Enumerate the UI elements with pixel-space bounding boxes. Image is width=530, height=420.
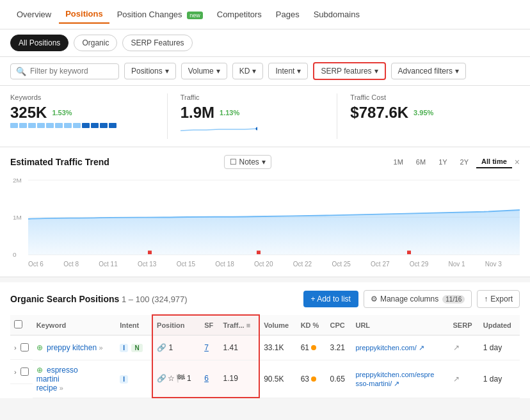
sub-navigation: All Positions Organic SERP Features (0, 29, 530, 57)
keywords-metric: Keywords 325K 1.53% (10, 93, 168, 139)
th-keyword: Keyword (33, 315, 116, 335)
time-1m[interactable]: 1M (389, 156, 408, 168)
svg-text:2M: 2M (13, 177, 22, 184)
trend-section: Estimated Traffic Trend ☐ Notes ▾ 1M 6M … (0, 147, 530, 277)
row1-position: 🔗 1 (152, 335, 200, 360)
traffic-metric: Traffic 1.9M 1.13% (181, 93, 338, 139)
traffic-change: 1.13% (220, 109, 239, 117)
serp-icon[interactable]: ↗ (453, 375, 460, 384)
traffic-sparkline (181, 122, 325, 139)
keywords-change: 1.53% (52, 109, 72, 117)
row2-expand-check: › (10, 360, 33, 384)
th-traffic: Traff... ≡ (220, 315, 260, 335)
subnav-serp-features[interactable]: SERP Features (122, 35, 192, 51)
keywords-bar (10, 123, 154, 128)
nav-positions[interactable]: Positions (59, 5, 109, 24)
row1-serp: ↗ (449, 335, 479, 360)
th-sf: SF (200, 315, 219, 335)
trend-time-controls: 1M 6M 1Y 2Y All time × (389, 156, 520, 168)
nav-pages[interactable]: Pages (269, 6, 306, 23)
x-label-oct22: Oct 22 (293, 261, 312, 268)
time-all[interactable]: All time (476, 156, 512, 168)
serp-features-filter[interactable]: SERP features ▾ (313, 62, 385, 80)
sf-link[interactable]: 6 (204, 374, 209, 383)
add-to-list-button[interactable]: + Add to list (303, 291, 358, 307)
x-label-oct8: Oct 8 (63, 261, 79, 268)
x-label-oct15: Oct 15 (177, 261, 195, 268)
row1-expand-check: › (10, 335, 33, 360)
url-link[interactable]: preppykitchen.com/ ↗ (355, 344, 424, 351)
row2-kd: 63 (297, 360, 326, 398)
table-actions: + Add to list ⚙ Manage columns 11/16 ↑ E… (303, 290, 520, 308)
row1-volume: 33.1K (259, 335, 297, 360)
row2-volume: 90.5K (259, 360, 297, 398)
expand-icon[interactable]: › (14, 368, 17, 376)
subnav-organic[interactable]: Organic (74, 35, 117, 51)
row1-checkbox[interactable] (20, 343, 29, 351)
notes-button[interactable]: ☐ Notes ▾ (224, 155, 271, 169)
positions-filter[interactable]: Positions ▾ (124, 63, 176, 79)
intent-filter[interactable]: Intent ▾ (268, 63, 308, 79)
intent-i-badge: I (120, 375, 128, 384)
x-label-oct6: Oct 6 (28, 261, 44, 268)
chevron-down-icon: ▾ (455, 67, 459, 76)
chevron-down-icon: ▾ (216, 67, 220, 76)
manage-columns-button[interactable]: ⚙ Manage columns 11/16 (364, 290, 472, 308)
keyword-link[interactable]: preppy kitchen (47, 343, 97, 352)
chevron-down-icon: ▾ (297, 67, 301, 76)
kd-filter[interactable]: KD ▾ (232, 63, 264, 79)
star-icon: ☆ (168, 374, 175, 383)
nav-position-changes[interactable]: Position Changes new (111, 6, 209, 23)
svg-rect-7 (148, 250, 152, 254)
feature-icons: 🔗 ☆ 🏁 1 (157, 374, 197, 383)
row2-traffic: 1.19 (220, 360, 260, 398)
time-2y[interactable]: 2Y (455, 156, 474, 168)
advanced-filters-button[interactable]: Advanced filters ▾ (391, 63, 466, 79)
nav-competitors[interactable]: Competitors (211, 6, 268, 23)
x-label-oct11: Oct 11 (99, 261, 117, 268)
chevron-down-icon: ▾ (252, 67, 256, 76)
row1-traffic: 1.41 (220, 335, 260, 360)
url-link[interactable]: preppykitchen.com/espresso-martini/ ↗ (355, 371, 434, 387)
table-title-area: Organic Search Positions 1 – 100 (324,97… (10, 294, 188, 304)
nav-subdomains[interactable]: Subdomains (307, 6, 366, 23)
row1-intent: I N (116, 335, 152, 360)
search-icon: 🔍 (16, 67, 26, 76)
top-navigation: Overview Positions Position Changes new … (0, 0, 530, 29)
th-checkbox (10, 315, 33, 335)
keyword-search-box[interactable]: 🔍 (10, 63, 119, 79)
subnav-all-positions[interactable]: All Positions (10, 35, 68, 51)
x-label-oct13: Oct 13 (138, 261, 156, 268)
svg-text:0: 0 (13, 251, 17, 258)
serp-icon[interactable]: ↗ (453, 343, 460, 352)
row2-checkbox[interactable] (20, 368, 29, 376)
select-all-checkbox[interactable] (14, 320, 22, 328)
row1-cpc: 3.21 (326, 335, 352, 360)
expand-icon[interactable]: › (14, 344, 17, 351)
row2-serp: ↗ (449, 360, 479, 398)
close-trend-button[interactable]: × (515, 157, 520, 167)
x-label-nov1: Nov 1 (448, 261, 465, 268)
keywords-label: Keywords (10, 93, 154, 101)
time-1y[interactable]: 1Y (433, 156, 452, 168)
table-range: 1 – 100 (324,977) (122, 295, 188, 304)
x-label-oct20: Oct 20 (254, 261, 273, 268)
th-intent: Intent (116, 315, 152, 335)
row1-url: preppykitchen.com/ ↗ (351, 335, 449, 360)
chevron-down-icon: ▾ (374, 67, 378, 76)
sf-link[interactable]: 7 (204, 343, 209, 352)
time-6m[interactable]: 6M (411, 156, 431, 168)
search-input[interactable] (30, 67, 113, 76)
volume-filter[interactable]: Volume ▾ (181, 63, 227, 79)
x-label-oct25: Oct 25 (332, 261, 350, 268)
circle-icon: ⊕ (36, 343, 43, 352)
svg-point-0 (255, 127, 257, 131)
x-label-nov3: Nov 3 (485, 261, 502, 268)
row1-kd: 61 (297, 335, 326, 360)
table-row: › ⊕ preppy kitchen » I N 🔗 1 7 (10, 335, 520, 360)
th-updated: Updated (479, 315, 520, 335)
intent-i-badge: I (120, 344, 128, 352)
nav-overview[interactable]: Overview (10, 6, 58, 23)
export-button[interactable]: ↑ Export (477, 290, 520, 308)
table-section: Organic Search Positions 1 – 100 (324,97… (0, 282, 530, 398)
